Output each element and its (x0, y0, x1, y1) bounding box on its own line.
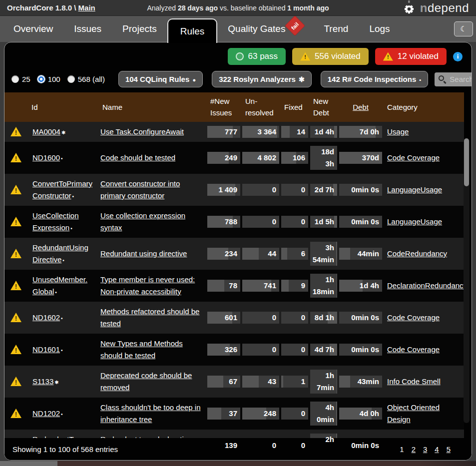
column-header-unresolved[interactable]: Un-resolved (241, 92, 280, 122)
debt-bar: 0min 0s (339, 344, 382, 356)
table-scrollbar[interactable] (464, 138, 470, 423)
category-link[interactable]: DeclarationRedundancy (387, 281, 467, 290)
rule-id-link[interactable]: ConvertToPrimary​Constructor (32, 179, 92, 200)
rule-name-link[interactable]: New Types and Methods should be tested (100, 339, 183, 360)
pagination: 1 2 3 4 5 (400, 445, 451, 454)
gear-icon (402, 0, 417, 15)
column-header-new-issues[interactable]: #New Issues (206, 92, 241, 122)
tab-overview[interactable]: Overview (3, 16, 63, 42)
column-header-name[interactable]: Name (98, 92, 206, 122)
warning-icon: ! (300, 52, 310, 61)
category-link[interactable]: Code Coverage (387, 313, 440, 322)
page-2-link[interactable]: 2 (412, 445, 416, 454)
page-size-all[interactable]: 568 (all) (67, 75, 105, 83)
critical-violated-badge[interactable]: ! 12 violated (375, 48, 447, 65)
category-link[interactable]: CodeRedundancy (387, 249, 447, 258)
rule-id-link[interactable]: ND1602 (32, 313, 60, 322)
tab-issues[interactable]: Issues (63, 16, 112, 42)
page-5-link[interactable]: 5 (447, 445, 451, 454)
rule-id-link[interactable]: ND1601 (32, 345, 60, 354)
rule-name-link[interactable]: Deprecated code should be removed (100, 371, 192, 392)
warning-icon: ! (10, 153, 21, 162)
new-debt-bar: 2d 7h (310, 184, 337, 196)
status-badges-row: 63 pass ! 556 violated ! 12 violated i (4, 42, 472, 68)
rule-name-link[interactable]: Redundant using directive (100, 249, 187, 258)
baseline-age: 1 month ago (287, 4, 329, 12)
scrollbar-thumb[interactable] (464, 138, 469, 186)
new-debt-bar: 2h 19min (310, 434, 337, 449)
category-link[interactable]: LanguageUsage (387, 217, 442, 226)
rule-id-link[interactable]: S1133 (32, 377, 53, 386)
rule-id-link[interactable]: RedundantUsing​Directive (32, 243, 88, 264)
warning-icon: ! (383, 52, 393, 61)
category-link[interactable]: Code Coverage (387, 345, 440, 354)
rule-name-link[interactable]: Code should be tested (100, 153, 175, 162)
new-issues-bar: 601 (207, 312, 240, 324)
unresolved-bar: 4 802 (242, 152, 279, 164)
page-4-link[interactable]: 4 (435, 445, 439, 454)
category-link[interactable]: Object Oriented Design (387, 403, 440, 424)
tab-trend[interactable]: Trend (313, 16, 359, 42)
category-link[interactable]: LanguageUsage (387, 185, 442, 194)
fixed-bar: 0 (281, 312, 308, 324)
column-header-new-debt[interactable]: New Debt (309, 92, 338, 122)
unresolved-bar: 3 364 (242, 126, 279, 138)
page-size-25[interactable]: 25 (11, 75, 30, 83)
tab-bar: Overview Issues Projects Rules Quality G… (0, 16, 476, 42)
table-row: ! UnusedMember.​Global• Type member is n… (4, 270, 464, 302)
rule-name-link[interactable]: Use Task.ConfigureAwait (100, 127, 184, 136)
column-header-id[interactable]: Id (27, 92, 98, 122)
category-link[interactable]: Usage (387, 127, 409, 136)
new-issues-bar: 326 (207, 344, 240, 356)
column-header-fixed[interactable]: Fixed (280, 92, 309, 122)
page-size-100[interactable]: 100 (37, 75, 60, 83)
table-row: ! UseCollection​Expression• Use collecti… (4, 206, 464, 238)
rule-id-link[interactable]: MA0004 (32, 127, 60, 136)
tab-logs[interactable]: Logs (359, 16, 400, 42)
unresolved-bar: 741 (242, 280, 279, 292)
pass-badge[interactable]: 63 pass (228, 48, 286, 65)
rules-panel: 63 pass ! 556 violated ! 12 violated i 2… (4, 42, 472, 461)
tab-projects[interactable]: Projects (112, 16, 167, 42)
rule-name-link[interactable]: Class shouldn't be too deep in inheritan… (100, 403, 201, 424)
dark-mode-toggle[interactable]: ☾ (454, 21, 473, 36)
rule-name-link[interactable]: Use collection expression syntax (100, 211, 185, 232)
new-issues-bar: 67 (207, 376, 240, 388)
info-icon[interactable]: i (453, 52, 463, 61)
page-size-radios: 25 100 568 (all) (11, 75, 105, 83)
new-issues-bar: 249 (207, 152, 240, 164)
unresolved-bar: 0 (242, 184, 279, 196)
unresolved-bar: 43 (242, 376, 279, 388)
bullet-marker-icon: ● (192, 77, 196, 83)
debt-bar: 0min 0s (339, 184, 382, 196)
radio-icon (11, 75, 19, 83)
fixed-bar: 6 (281, 248, 308, 260)
rule-id-link[interactable]: ND1202 (32, 409, 60, 418)
table-row: ! ND1202• Class shouldn't be too deep in… (4, 398, 464, 430)
column-header-category[interactable]: Category (383, 92, 464, 122)
category-link[interactable]: Code Coverage (387, 153, 440, 162)
page-bottom-strip (0, 461, 476, 466)
roslyn-analyzers-button[interactable]: 322 Roslyn Analyzers ✱ (212, 71, 312, 87)
violated-badge[interactable]: ! 556 violated (292, 48, 369, 65)
rule-id-link[interactable]: UnusedMember.​Global (32, 275, 87, 296)
resharper-inspections-button[interactable]: 142 R# Code Inspections ▪ (321, 71, 429, 87)
unresolved-bar: 0 (242, 312, 279, 324)
rule-name-link[interactable]: Type member is never used: Non-private a… (100, 275, 195, 296)
category-link[interactable]: Info Code Smell (387, 377, 441, 386)
rules-table-wrap: Id Name #New Issues Un-resolved Fixed Ne… (4, 92, 472, 448)
page-1-current[interactable]: 1 (400, 445, 404, 454)
column-header-debt[interactable]: Debt (338, 92, 383, 122)
rule-origin-marker-icon: • (61, 155, 63, 163)
page-3-link[interactable]: 3 (423, 445, 427, 454)
rule-id-link[interactable]: ND1600 (32, 153, 60, 162)
tab-rules[interactable]: Rules (167, 18, 218, 43)
unresolved-bar: 0 (242, 216, 279, 228)
rule-origin-marker-icon: • (61, 411, 63, 419)
new-debt-bar: 1h 18min (310, 274, 337, 298)
cqlinq-rules-button[interactable]: 104 CQLinq Rules ● (118, 71, 203, 87)
tab-quality-gates[interactable]: Quality Gates fail (217, 16, 313, 42)
column-header-icon (4, 92, 27, 122)
rule-name-link[interactable]: Convert constructor into primary constru… (100, 179, 180, 200)
rule-name-link[interactable]: Methods refactored should be tested (100, 307, 199, 328)
